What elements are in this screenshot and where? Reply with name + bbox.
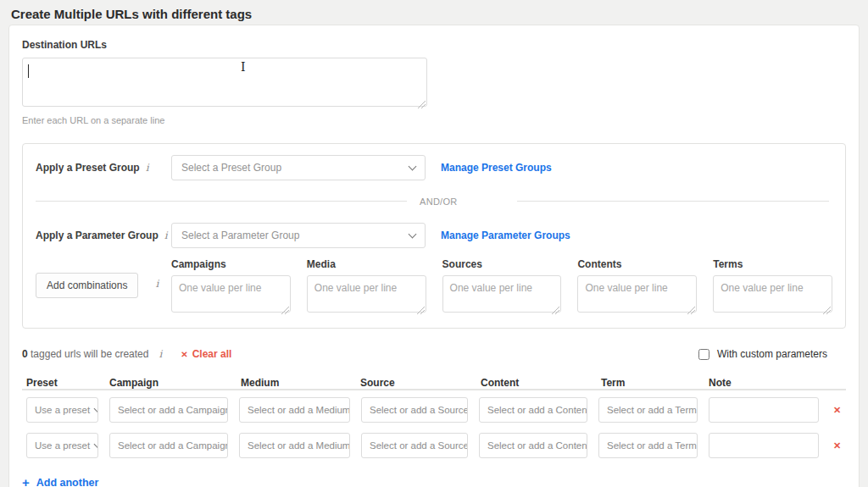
medium-select-value: Select or add a Medium [248, 440, 350, 451]
manage-preset-groups-link[interactable]: Manage Preset Groups [441, 162, 552, 174]
resize-grip-icon[interactable] [823, 307, 831, 314]
chevron-down-icon [409, 230, 417, 238]
clear-all-link[interactable]: ✕ Clear all [181, 348, 231, 360]
campaign-select[interactable]: Select or add a Campaign [109, 433, 228, 458]
media-label: Media [307, 258, 426, 270]
andor-divider: AND/OR [36, 196, 832, 207]
delete-row-icon[interactable]: ✕ [833, 440, 841, 451]
resize-grip-icon[interactable] [552, 307, 559, 314]
media-column: Media [307, 258, 426, 316]
destination-urls-textarea[interactable] [22, 58, 427, 107]
combinations-row: Add combinations i Campaigns Media [36, 258, 832, 316]
table-row: Use a preset Select or add a Campaign Se… [22, 433, 846, 458]
medium-select[interactable]: Select or add a Medium [239, 433, 350, 458]
preset-group-row: Apply a Preset Group i Select a Preset G… [36, 155, 832, 180]
preset-select-value: Use a preset [35, 440, 90, 451]
divider-line [517, 201, 829, 202]
preset-select-value: Use a preset [35, 405, 90, 415]
andor-label: AND/OR [420, 196, 458, 207]
content-select[interactable]: Select or add a Content [479, 433, 587, 458]
main-card: Destination URLs I Enter each URL on a s… [8, 25, 860, 487]
medium-select[interactable]: Select or add a Medium [239, 397, 350, 423]
source-select[interactable]: Select or add a Source [361, 397, 468, 423]
parameter-group-row: Apply a Parameter Group i Select a Param… [36, 223, 832, 248]
manage-parameter-groups-link[interactable]: Manage Parameter Groups [441, 230, 570, 241]
terms-label: Terms [713, 258, 832, 270]
header-content: Content [481, 377, 519, 389]
table-row: Use a preset Select or add a Campaign Se… [22, 397, 846, 423]
campaigns-label: Campaigns [171, 258, 291, 270]
header-medium: Medium [241, 377, 279, 389]
campaigns-column: Campaigns [171, 258, 291, 316]
contents-column: Contents [577, 258, 697, 316]
note-input[interactable] [709, 397, 819, 423]
note-input[interactable] [709, 433, 819, 458]
preset-select[interactable]: Use a preset [26, 397, 98, 423]
source-select-value: Select or add a Source [370, 405, 468, 415]
info-icon[interactable]: i [159, 348, 162, 360]
campaigns-textarea[interactable] [171, 275, 291, 313]
destination-urls-wrapper: I [22, 58, 427, 110]
chevron-down-icon [94, 440, 98, 448]
header-note: Note [709, 377, 732, 389]
ibeam-cursor-icon: I [241, 60, 246, 74]
header-preset: Preset [26, 377, 58, 389]
preset-group-select[interactable]: Select a Preset Group [171, 155, 426, 180]
sources-textarea[interactable] [442, 275, 562, 313]
campaign-select-value: Select or add a Campaign [118, 440, 228, 451]
info-icon[interactable]: i [155, 278, 159, 290]
term-select-value: Select or add a Term [607, 405, 697, 415]
preset-select[interactable]: Use a preset [26, 433, 98, 458]
term-select[interactable]: Select or add a Term [598, 433, 698, 458]
custom-params-label[interactable]: With custom parameters [717, 348, 827, 360]
header-term: Term [601, 377, 625, 389]
source-select[interactable]: Select or add a Source [361, 433, 468, 458]
tagged-urls-count: 0 [22, 348, 28, 360]
preset-group-select-value: Select a Preset Group [181, 162, 281, 174]
parameter-group-label: Apply a Parameter Group [36, 230, 159, 241]
resize-grip-icon[interactable] [417, 307, 425, 314]
info-icon[interactable]: i [164, 230, 168, 241]
sources-column: Sources [442, 258, 562, 316]
groups-box: Apply a Preset Group i Select a Preset G… [22, 143, 846, 329]
status-row: 0 tagged urls will be created i ✕ Clear … [22, 348, 846, 360]
preset-group-label: Apply a Preset Group [36, 162, 140, 174]
contents-textarea[interactable] [577, 275, 697, 313]
medium-select-value: Select or add a Medium [248, 405, 350, 415]
custom-params-group: With custom parameters [698, 348, 827, 360]
resize-grip-icon[interactable] [281, 307, 289, 314]
campaign-select-value: Select or add a Campaign [118, 405, 228, 415]
parameter-group-select[interactable]: Select a Parameter Group [171, 223, 426, 248]
parameter-group-select-value: Select a Parameter Group [181, 230, 299, 241]
content-select[interactable]: Select or add a Content [479, 397, 587, 423]
terms-textarea[interactable] [713, 275, 832, 313]
custom-params-checkbox[interactable] [698, 349, 709, 360]
resize-grip-icon[interactable] [418, 101, 426, 108]
page-title: Create Multiple URLs with different tags [0, 0, 868, 25]
header-source: Source [360, 377, 395, 389]
add-combinations-button[interactable]: Add combinations [36, 273, 138, 298]
add-another-link[interactable]: + Add another [22, 475, 115, 487]
destination-urls-label: Destination URLs [22, 39, 846, 51]
clear-all-label: Clear all [192, 348, 232, 360]
terms-column: Terms [713, 258, 832, 316]
term-select[interactable]: Select or add a Term [598, 397, 698, 423]
plus-icon: + [22, 475, 30, 487]
close-icon: ✕ [181, 350, 187, 359]
tagged-urls-text: tagged urls will be created [31, 348, 148, 360]
content-select-value: Select or add a Content [487, 405, 587, 415]
chevron-down-icon [409, 162, 417, 170]
content-select-value: Select or add a Content [487, 440, 587, 451]
add-another-label: Add another [36, 477, 99, 487]
sources-label: Sources [442, 258, 562, 270]
resize-grip-icon[interactable] [687, 307, 695, 314]
destination-urls-helper: Enter each URL on a separate line [22, 115, 846, 125]
media-textarea[interactable] [307, 275, 426, 313]
campaign-select[interactable]: Select or add a Campaign [109, 397, 228, 423]
chevron-down-icon [94, 404, 98, 412]
term-select-value: Select or add a Term [607, 440, 697, 451]
contents-label: Contents [577, 258, 697, 270]
delete-row-icon[interactable]: ✕ [833, 405, 841, 416]
info-icon[interactable]: i [146, 162, 149, 174]
header-campaign: Campaign [109, 377, 159, 389]
